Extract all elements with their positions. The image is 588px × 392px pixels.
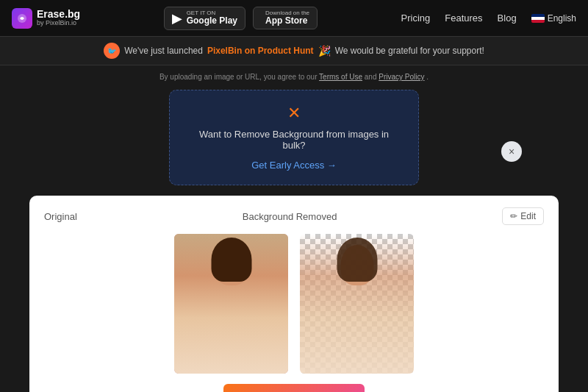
label-original: Original bbox=[44, 211, 77, 222]
logo-text: Erase.bg by PixelBin.io bbox=[37, 9, 80, 27]
apple-store-button[interactable]: Download on the App Store bbox=[253, 7, 318, 30]
original-image bbox=[174, 234, 288, 374]
logo[interactable]: Erase.bg by PixelBin.io bbox=[12, 8, 80, 29]
upload-terms: By uploading an image or URL, you agree … bbox=[159, 73, 429, 81]
close-button[interactable]: × bbox=[501, 141, 522, 162]
product-hunt-icon: 🎉 bbox=[318, 45, 331, 57]
logo-main-text: Erase.bg bbox=[37, 9, 80, 20]
woman-photo-original bbox=[174, 234, 288, 374]
nav-pricing[interactable]: Pricing bbox=[401, 13, 431, 24]
google-play-button[interactable]: ▶ GET IT ON Google Play bbox=[164, 7, 245, 30]
download-button[interactable]: Download Original Size bbox=[223, 384, 365, 392]
comparison-header: Original Background Removed ✏ Edit bbox=[44, 207, 544, 225]
announcement-text-after: We would be grateful for your support! bbox=[335, 46, 484, 56]
header: Erase.bg by PixelBin.io ▶ GET IT ON Goog… bbox=[0, 0, 588, 37]
google-play-text: GET IT ON Google Play bbox=[187, 10, 237, 26]
download-section: Download Original Size Rate this result:… bbox=[44, 384, 544, 392]
flag-icon bbox=[531, 14, 545, 23]
background-removed-image bbox=[300, 234, 414, 374]
google-play-icon: ▶ bbox=[172, 10, 182, 26]
edit-label: Edit bbox=[520, 211, 536, 221]
logo-icon bbox=[12, 8, 32, 29]
language-label: English bbox=[548, 13, 576, 24]
bulk-title: Want to Remove Background from images in… bbox=[192, 129, 396, 151]
app-store-buttons: ▶ GET IT ON Google Play Download on the … bbox=[164, 7, 318, 30]
announcement-avatar: 🐦 bbox=[104, 43, 120, 59]
edit-button[interactable]: ✏ Edit bbox=[502, 207, 544, 225]
announcement-text-before: We've just launched bbox=[124, 46, 203, 56]
language-selector[interactable]: English bbox=[531, 13, 576, 24]
nav-features[interactable]: Features bbox=[445, 13, 482, 24]
bulk-icon: ✕ bbox=[192, 104, 396, 123]
nav: Pricing Features Blog English bbox=[401, 13, 576, 24]
nav-blog[interactable]: Blog bbox=[498, 13, 517, 24]
early-access-link[interactable]: Get Early Access → bbox=[251, 160, 337, 171]
comparison-labels: Original Background Removed ✏ Edit bbox=[44, 207, 544, 225]
comparison-container: Original Background Removed ✏ Edit bbox=[29, 196, 559, 392]
main-content: By uploading an image or URL, you agree … bbox=[0, 65, 588, 392]
label-removed: Background Removed bbox=[77, 211, 503, 222]
terms-link[interactable]: Terms of Use bbox=[319, 73, 362, 81]
announcement-bar: 🐦 We've just launched PixelBin on Produc… bbox=[0, 37, 588, 65]
pixelbin-brand[interactable]: PixelBin on Product Hunt bbox=[207, 46, 314, 56]
woman-photo-removed bbox=[300, 234, 414, 374]
edit-icon: ✏ bbox=[510, 211, 517, 221]
privacy-link[interactable]: Privacy Policy bbox=[379, 73, 424, 81]
logo-sub-text: by PixelBin.io bbox=[37, 20, 80, 27]
images-row bbox=[44, 234, 544, 374]
bulk-removal-card: ✕ Want to Remove Background from images … bbox=[169, 90, 419, 185]
apple-store-text: Download on the App Store bbox=[265, 10, 309, 26]
